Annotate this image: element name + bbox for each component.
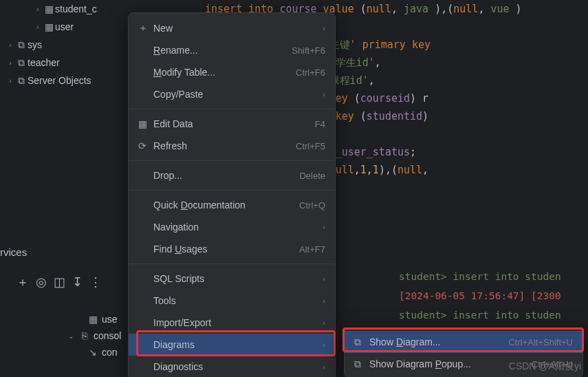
menu-item-sql-scripts[interactable]: SQL Scripts› [129,268,335,290]
menu-shortcut: Ctrl+F6 [296,67,325,78]
table-icon: ▦ [43,3,55,14]
chevron-right-icon: › [323,297,325,305]
node-icon: ⎘ [78,330,91,341]
menu-icon: ▦ [138,118,153,129]
tree-item[interactable]: ›▦user [0,18,127,36]
menu-item-label: Quick Documentation [153,200,299,211]
console-line: student> insert into studen [399,305,588,325]
menu-item-label: New [153,23,318,34]
services-tree-label: consol [94,330,121,341]
services-tree-item[interactable]: ▦use [45,311,121,327]
menu-item-label: Drop... [153,170,299,181]
context-menu: ＋New›Rename...Shift+F6Modify Table...Ctr… [128,12,336,377]
chevron-right-icon: › [323,24,325,32]
tree-item[interactable]: ›⧉teacher [0,54,127,72]
menu-shortcut: Delete [299,171,325,181]
toolbar-button[interactable]: ◎ [36,274,47,290]
menu-item-import-export[interactable]: Import/Export› [129,312,335,334]
tree-item-label: teacher [28,57,60,68]
menu-item-label: Diagnostics [153,361,318,372]
menu-item-label: Modify Table... [153,67,296,78]
menu-item-label: Refresh [153,140,296,151]
services-tree-label: use [102,314,118,325]
menu-shortcut: Ctrl+F5 [296,141,325,151]
chevron-right-icon: › [6,77,15,85]
services-panel-title: rvices [0,246,27,258]
menu-item-label: Find Usages [153,244,299,255]
console-output: student> insert into studen[2024-06-05 1… [344,267,588,336]
menu-item-rename[interactable]: Rename...Shift+F6 [129,39,335,61]
diagram-icon: ⧉ [354,358,369,370]
tree-item-label: Server Objects [28,75,91,86]
node-icon: ↘ [87,347,99,358]
menu-item-tools[interactable]: Tools› [129,290,335,312]
menu-shortcut: Ctrl+Q [299,200,325,211]
table-icon: ⧉ [15,57,28,69]
chevron-right-icon: › [323,341,325,349]
menu-item-quick-documentation[interactable]: Quick DocumentationCtrl+Q [129,194,335,216]
tree-item[interactable]: ›▦student_c [0,0,127,18]
menu-item-modify-table[interactable]: Modify Table...Ctrl+F6 [129,61,335,83]
chevron-right-icon: › [6,41,15,49]
menu-item-label: Edit Data [153,118,315,129]
services-tree-item[interactable]: ⌄⎘consol [45,327,121,344]
tree-item[interactable]: ›⧉sys [0,36,127,54]
tree-item-label: student_c [55,3,97,14]
menu-item-label: Navigation [153,222,318,233]
toolbar-button[interactable]: ＋ [17,274,29,290]
menu-item-edit-data[interactable]: ▦Edit DataF4 [129,113,335,135]
services-tree: ▦use⌄⎘consol↘con [45,311,121,360]
menu-item-copy-paste[interactable]: Copy/Paste› [129,83,335,105]
node-icon: ▦ [87,314,99,325]
watermark: CSDN @A阳俊yi [509,360,581,373]
chevron-right-icon: › [33,23,43,31]
chevron-down-icon: ⌄ [66,332,76,340]
menu-shortcut: Shift+F6 [292,45,325,56]
diagram-icon: ⧉ [354,336,369,348]
table-icon: ⧉ [15,75,28,87]
tree-item-label: user [55,21,74,32]
menu-separator [129,190,335,191]
menu-shortcut: F4 [315,119,325,129]
menu-item-label: Import/Export [153,317,318,328]
tree-item-label: sys [28,39,42,50]
chevron-right-icon: › [6,59,15,67]
chevron-right-icon: › [323,274,325,283]
table-icon: ⧉ [15,39,28,51]
table-icon: ▦ [43,21,55,32]
menu-item-diagnostics[interactable]: Diagnostics› [129,356,335,377]
menu-item-new[interactable]: ＋New› [129,17,335,39]
menu-item-label: Rename... [153,45,292,56]
services-toolbar: ＋◎◫↧⋮ [17,274,102,290]
menu-item-label: Diagrams [153,339,318,350]
console-line: [2024-06-05 17:56:47] [2300 [399,286,588,305]
menu-item-diagrams[interactable]: Diagrams› [129,334,335,356]
menu-separator [129,263,335,264]
database-tree: ›▦student_c›▦user›⧉sys›⧉teacher›⧉Server … [0,0,127,89]
console-line: student> insert into studen [399,267,588,286]
menu-item-navigation[interactable]: Navigation› [129,216,335,238]
menu-separator [129,109,335,109]
menu-item-label: Copy/Paste [153,89,318,100]
services-tree-label: con [102,347,118,358]
menu-item-drop[interactable]: Drop...Delete [129,164,335,186]
menu-item-refresh[interactable]: ⟳RefreshCtrl+F5 [129,135,335,157]
menu-item-label: SQL Scripts [153,273,318,284]
services-tree-item[interactable]: ↘con [45,344,121,360]
menu-item-find-usages[interactable]: Find UsagesAlt+F7 [129,238,335,260]
chevron-right-icon: › [323,90,325,98]
toolbar-button[interactable]: ⋮ [89,274,102,290]
submenu-item-label: Show Diagram Popup... [369,358,532,369]
menu-icon: ⟳ [138,140,153,151]
chevron-right-icon: › [33,6,43,13]
chevron-right-icon: › [323,363,325,371]
chevron-right-icon: › [323,223,325,231]
menu-icon: ＋ [138,22,153,34]
toolbar-button[interactable]: ↧ [72,274,83,290]
menu-separator [129,160,335,161]
menu-item-label: Tools [153,295,318,306]
tree-item[interactable]: ›⧉Server Objects [0,72,127,89]
toolbar-button[interactable]: ◫ [54,274,65,290]
submenu-item-label: Show Diagram... [369,336,508,347]
menu-shortcut: Ctrl+Alt+Shift+U [508,337,573,347]
